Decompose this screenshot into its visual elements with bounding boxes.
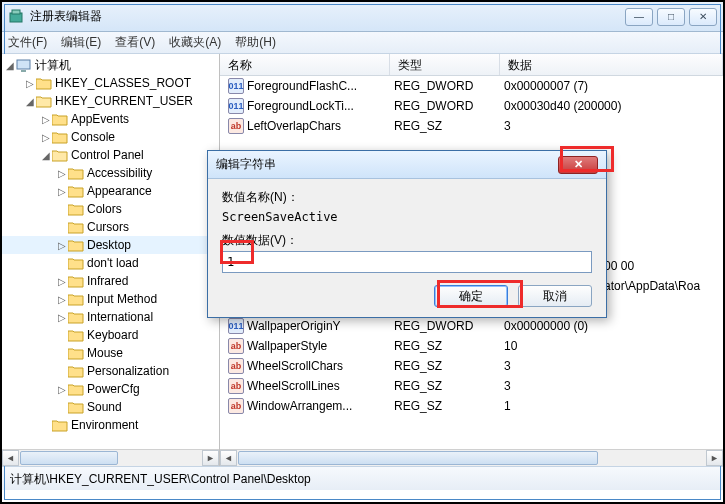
menubar: 文件(F) 编辑(E) 查看(V) 收藏夹(A) 帮助(H) xyxy=(2,32,723,54)
cancel-button[interactable]: 取消 xyxy=(518,285,592,307)
tree-item[interactable]: Colors xyxy=(2,200,219,218)
binary-value-icon: 011 xyxy=(228,98,244,114)
value-data-label: 数值数据(V)： xyxy=(222,232,592,249)
list-scrollbar-h[interactable]: ◄ ► xyxy=(220,449,723,466)
folder-icon xyxy=(68,203,84,216)
folder-icon xyxy=(36,95,52,108)
folder-icon xyxy=(68,239,84,252)
scroll-left-icon[interactable]: ◄ xyxy=(2,450,19,466)
svg-rect-1 xyxy=(12,10,20,14)
string-value-icon: ab xyxy=(228,338,244,354)
tree-scrollbar-h[interactable]: ◄ ► xyxy=(2,449,219,466)
string-value-icon: ab xyxy=(228,358,244,374)
list-row[interactable]: 011ForegroundFlashC...REG_DWORD0x0000000… xyxy=(220,76,723,96)
list-header: 名称 类型 数据 xyxy=(220,54,723,76)
value-name-label: 数值名称(N)： xyxy=(222,189,592,206)
tree-item[interactable]: ▷Infrared xyxy=(2,272,219,290)
col-name[interactable]: 名称 xyxy=(220,54,390,75)
folder-icon xyxy=(68,185,84,198)
list-row[interactable]: 011ForegroundLockTi...REG_DWORD0x00030d4… xyxy=(220,96,723,116)
col-type[interactable]: 类型 xyxy=(390,54,500,75)
menu-view[interactable]: 查看(V) xyxy=(115,34,155,51)
tree-item[interactable]: Cursors xyxy=(2,218,219,236)
menu-file[interactable]: 文件(F) xyxy=(8,34,47,51)
window-title: 注册表编辑器 xyxy=(30,8,625,25)
menu-favorites[interactable]: 收藏夹(A) xyxy=(169,34,221,51)
tree-item[interactable]: don't load xyxy=(2,254,219,272)
tree-item[interactable]: ▷Input Method xyxy=(2,290,219,308)
status-path: 计算机\HKEY_CURRENT_USER\Control Panel\Desk… xyxy=(10,472,311,486)
tree-item[interactable]: ▷HKEY_CLASSES_ROOT xyxy=(2,74,219,92)
tree-item[interactable]: ▷International xyxy=(2,308,219,326)
svg-rect-3 xyxy=(21,70,26,72)
svg-rect-2 xyxy=(17,60,30,69)
maximize-button[interactable]: □ xyxy=(657,8,685,26)
edit-string-dialog: 编辑字符串 ✕ 数值名称(N)： ScreenSaveActive 数值数据(V… xyxy=(207,150,607,318)
string-value-icon: ab xyxy=(228,398,244,414)
string-value-icon: ab xyxy=(228,378,244,394)
list-row[interactable]: abLeftOverlapCharsREG_SZ3 xyxy=(220,116,723,136)
tree-item[interactable]: Keyboard xyxy=(2,326,219,344)
tree-item[interactable]: ▷Accessibility xyxy=(2,164,219,182)
folder-icon xyxy=(68,167,84,180)
folder-icon xyxy=(68,347,84,360)
dialog-title: 编辑字符串 xyxy=(216,156,558,173)
binary-value-icon: 011 xyxy=(228,78,244,94)
col-data[interactable]: 数据 xyxy=(500,54,723,75)
tree-item[interactable]: ◢HKEY_CURRENT_USER xyxy=(2,92,219,110)
list-row[interactable]: abWheelScrollCharsREG_SZ3 xyxy=(220,356,723,376)
dialog-titlebar: 编辑字符串 ✕ xyxy=(208,151,606,179)
folder-icon xyxy=(68,383,84,396)
folder-icon xyxy=(52,149,68,162)
string-value-icon: ab xyxy=(228,118,244,134)
folder-icon xyxy=(52,131,68,144)
ok-button[interactable]: 确定 xyxy=(434,285,508,307)
tree-item[interactable]: ▷Appearance xyxy=(2,182,219,200)
folder-icon xyxy=(36,77,52,90)
tree-item[interactable]: ▷AppEvents xyxy=(2,110,219,128)
folder-icon xyxy=(68,365,84,378)
tree-item[interactable]: ▷PowerCfg xyxy=(2,380,219,398)
folder-icon xyxy=(52,419,68,432)
list-row[interactable]: abWindowArrangem...REG_SZ1 xyxy=(220,396,723,416)
scroll-right-icon[interactable]: ► xyxy=(706,450,723,466)
menu-help[interactable]: 帮助(H) xyxy=(235,34,276,51)
tree-item[interactable]: ▷Console xyxy=(2,128,219,146)
app-icon xyxy=(8,9,24,25)
folder-icon xyxy=(68,311,84,324)
folder-icon xyxy=(68,275,84,288)
menu-edit[interactable]: 编辑(E) xyxy=(61,34,101,51)
value-name-field: ScreenSaveActive xyxy=(222,208,592,232)
list-row[interactable]: abWheelScrollLinesREG_SZ3 xyxy=(220,376,723,396)
window-titlebar: 注册表编辑器 — □ ✕ xyxy=(2,2,723,32)
scroll-left-icon[interactable]: ◄ xyxy=(220,450,237,466)
folder-icon xyxy=(68,221,84,234)
scroll-right-icon[interactable]: ► xyxy=(202,450,219,466)
folder-icon xyxy=(68,293,84,306)
close-button[interactable]: ✕ xyxy=(689,8,717,26)
folder-icon xyxy=(68,257,84,270)
tree-root[interactable]: 计算机 xyxy=(35,57,71,74)
minimize-button[interactable]: — xyxy=(625,8,653,26)
folder-icon xyxy=(68,401,84,414)
binary-value-icon: 011 xyxy=(228,318,244,334)
statusbar: 计算机\HKEY_CURRENT_USER\Control Panel\Desk… xyxy=(2,466,723,490)
folder-icon xyxy=(52,113,68,126)
list-row[interactable]: abWallpaperStyleREG_SZ10 xyxy=(220,336,723,356)
tree-pane: ◢计算机▷HKEY_CLASSES_ROOT◢HKEY_CURRENT_USER… xyxy=(2,54,220,466)
tree-item[interactable]: ◢Control Panel xyxy=(2,146,219,164)
list-row[interactable]: 011WallpaperOriginYREG_DWORD0x00000000 (… xyxy=(220,316,723,336)
tree-item[interactable]: Mouse xyxy=(2,344,219,362)
dialog-close-button[interactable]: ✕ xyxy=(558,156,598,174)
tree-item[interactable]: Environment xyxy=(2,416,219,434)
tree-item[interactable]: ▷Desktop xyxy=(2,236,219,254)
tree-item[interactable]: Sound xyxy=(2,398,219,416)
computer-icon xyxy=(16,59,32,72)
value-data-input[interactable] xyxy=(222,251,592,273)
folder-icon xyxy=(68,329,84,342)
tree-item[interactable]: Personalization xyxy=(2,362,219,380)
